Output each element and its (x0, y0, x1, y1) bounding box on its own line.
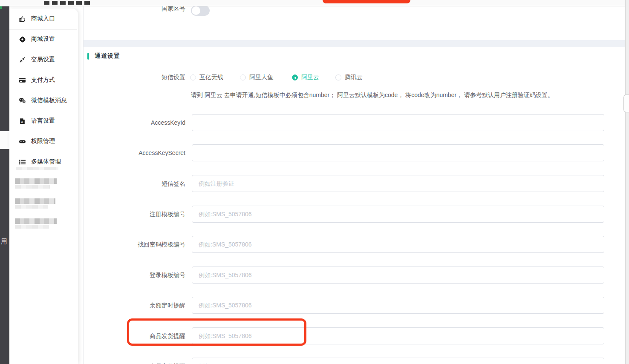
section-header: 通道设置 (87, 52, 120, 60)
accesskeyid-input[interactable] (192, 114, 604, 131)
right-scrollbar-thumb[interactable] (623, 95, 629, 112)
svg-text:A: A (21, 120, 23, 123)
field-label: AccessKeySecret (84, 144, 185, 161)
field-label: 找回密码模板编号 (84, 236, 185, 253)
top-window-bar (0, 0, 629, 6)
field-row-sms-signature: 短信签名 (84, 175, 629, 192)
content-left-border (83, 6, 84, 364)
sidebar-item-mall-entrance[interactable]: 商城入口 (9, 9, 78, 29)
strip-gap (0, 131, 9, 149)
field-row-password-recovery-template: 找回密码模板编号 (84, 236, 629, 253)
credit-card-icon (19, 77, 26, 84)
wechat-icon (19, 97, 26, 104)
field-label: 商品发货提醒 (84, 327, 185, 344)
sidebar-item-trade-settings[interactable]: 交易设置 (9, 49, 78, 70)
blurred-subitem (16, 167, 58, 170)
field-label: 短信签名 (84, 175, 185, 192)
sms-provider-row: 短信设置 互亿无线 阿里大鱼 阿里云 腾讯云 (84, 74, 629, 81)
field-label: 余额定时提醒 (84, 297, 185, 314)
radio-ali-dayu[interactable]: 阿里大鱼 (240, 74, 273, 81)
aliyun-helper-text: 请到 阿里云 去申请开通,短信模板中必须包含number； 阿里云默认模板为co… (191, 92, 554, 99)
background-window-strip: 用 (0, 0, 9, 364)
country-code-toggle[interactable] (191, 6, 210, 16)
sidebar-item-label: 交易设置 (31, 56, 55, 63)
sidebar-item-permissions[interactable]: 权限管理 (9, 131, 78, 152)
field-label: 会员充值提醒 (84, 358, 185, 364)
radio-icon (335, 75, 341, 80)
sidebar-menu: 商城入口 商城设置 交易设置 支付方式 微信模板消息 (9, 9, 78, 172)
list-icon (19, 158, 26, 166)
field-row-register-template: 注册模板编号 (84, 206, 629, 223)
member-recharge-reminder-input[interactable] (192, 358, 604, 364)
gamepad-icon (19, 138, 26, 145)
sidebar-item-label: 商城设置 (31, 35, 55, 43)
blurred-menu-item (15, 218, 57, 229)
channel-settings-panel: 国家区号 通道设置 短信设置 互亿无线 阿里大鱼 阿里云 腾讯云 请到 阿里云 … (84, 6, 629, 364)
gear-icon (19, 36, 26, 43)
section-title: 通道设置 (95, 52, 120, 60)
sidebar-item-language-settings[interactable]: A 语言设置 (9, 111, 78, 131)
field-label: 登录模板编号 (84, 267, 185, 284)
sidebar-item-mall-settings[interactable]: 商城设置 (9, 29, 78, 49)
field-row-login-template: 登录模板编号 (84, 267, 629, 284)
sidebar-item-wechat-template[interactable]: 微信模板消息 (9, 90, 78, 111)
blurred-menu-item (15, 198, 55, 209)
sidebar-divider (9, 29, 77, 30)
radio-tencent-cloud[interactable]: 腾讯云 (335, 74, 363, 81)
sidebar-item-payment-methods[interactable]: 支付方式 (9, 70, 78, 90)
sidebar-item-label: 权限管理 (31, 138, 55, 145)
sms-setting-label: 短信设置 (84, 74, 185, 81)
accesskeysecret-input[interactable] (192, 144, 604, 161)
field-row-balance-reminder: 余额定时提醒 (84, 297, 629, 314)
section-accent-bar (87, 53, 89, 60)
language-icon: A (19, 118, 26, 125)
balance-reminder-input[interactable] (192, 297, 604, 314)
blurred-menu-item (15, 178, 57, 189)
trade-arrows-icon (19, 56, 26, 63)
sms-signature-input[interactable] (192, 175, 604, 192)
strip-char: 用 (1, 238, 7, 246)
field-row-accesskeyid: AccessKeyId (84, 114, 629, 131)
radio-aliyun[interactable]: 阿里云 (292, 74, 319, 81)
login-template-input[interactable] (192, 267, 604, 284)
sidebar-item-label: 微信模板消息 (31, 97, 67, 104)
sidebar-item-label: 语言设置 (31, 117, 55, 125)
clipped-tab-text (44, 1, 92, 5)
shipping-reminder-input[interactable] (192, 327, 604, 344)
field-row-accesskeysecret: AccessKeySecret (84, 144, 629, 161)
radio-selected-icon (292, 75, 298, 80)
radio-icon (240, 75, 246, 80)
field-label: AccessKeyId (84, 114, 185, 131)
field-row-shipping-reminder: 商品发货提醒 (84, 327, 629, 344)
right-scrollbar-track[interactable] (625, 0, 629, 364)
password-recovery-template-input[interactable] (192, 236, 604, 253)
section-separator-band (84, 40, 629, 47)
sidebar-item-label: 多媒体管理 (31, 158, 61, 166)
field-label: 注册模板编号 (84, 206, 185, 223)
sidebar-item-label: 支付方式 (31, 76, 55, 84)
radio-icon (190, 75, 196, 80)
sidebar-item-label: 商城入口 (31, 15, 55, 23)
field-row-member-recharge-reminder: 会员充值提醒 (84, 358, 629, 364)
radio-huyi-wireless[interactable]: 互亿无线 (190, 74, 223, 81)
register-template-input[interactable] (192, 206, 604, 223)
red-annotation-top (323, 0, 410, 3)
mall-entrance-icon (19, 15, 26, 23)
settings-sidebar: 商城入口 商城设置 交易设置 支付方式 微信模板消息 (9, 9, 78, 364)
toggle-knob (192, 6, 200, 15)
